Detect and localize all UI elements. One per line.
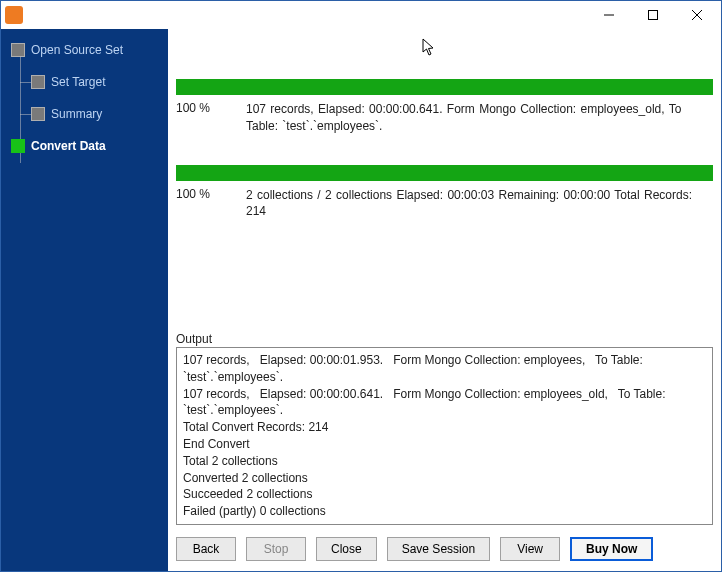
output-line: Total 2 collections [183, 453, 706, 470]
progress-area: 100 % 107 records, Elapsed: 00:00:00.641… [168, 49, 721, 220]
progress-percent: 100 % [176, 187, 246, 201]
save-session-button[interactable]: Save Session [387, 537, 490, 561]
output-label: Output [176, 332, 713, 346]
output-line: Converted 2 collections [183, 470, 706, 487]
output-line: 107 records, Elapsed: 00:00:00.641. Form… [183, 386, 706, 420]
svg-rect-1 [649, 11, 658, 20]
app-icon [5, 6, 23, 24]
sidebar-item-label: Convert Data [31, 139, 106, 153]
view-button[interactable]: View [500, 537, 560, 561]
output-section: Output 107 records, Elapsed: 00:00:01.95… [168, 332, 721, 531]
titlebar [1, 1, 721, 29]
wizard-sidebar: Open Source Set Set Target Summary Conve… [1, 29, 168, 571]
sidebar-item-label: Open Source Set [31, 43, 123, 57]
step-icon [11, 43, 25, 57]
output-line: Total Convert Records: 214 [183, 419, 706, 436]
step-icon [31, 75, 45, 89]
stop-button[interactable]: Stop [246, 537, 306, 561]
progress-text: 107 records, Elapsed: 00:00:00.641. Form… [246, 101, 713, 135]
close-wizard-button[interactable]: Close [316, 537, 377, 561]
close-button[interactable] [675, 2, 719, 28]
back-button[interactable]: Back [176, 537, 236, 561]
step-icon [11, 139, 25, 153]
progress-row-2: 100 % 2 collections / 2 collections Elap… [176, 187, 713, 221]
output-line: Failed (partly) 0 collections [183, 503, 706, 520]
progress-row-1: 100 % 107 records, Elapsed: 00:00:00.641… [176, 101, 713, 135]
main-panel: 100 % 107 records, Elapsed: 00:00:00.641… [168, 29, 721, 571]
sidebar-item-label: Set Target [51, 75, 105, 89]
progress-bar-1 [176, 79, 713, 95]
progress-percent: 100 % [176, 101, 246, 115]
maximize-button[interactable] [631, 2, 675, 28]
progress-text: 2 collections / 2 collections Elapsed: 0… [246, 187, 713, 221]
sidebar-item-label: Summary [51, 107, 102, 121]
button-bar: Back Stop Close Save Session View Buy No… [168, 531, 721, 571]
sidebar-item-summary[interactable]: Summary [1, 103, 168, 125]
app-window: Open Source Set Set Target Summary Conve… [0, 0, 722, 572]
minimize-button[interactable] [587, 2, 631, 28]
output-line: Succeeded 2 collections [183, 486, 706, 503]
sidebar-item-set-target[interactable]: Set Target [1, 71, 168, 93]
progress-bar-2 [176, 165, 713, 181]
sidebar-item-convert-data[interactable]: Convert Data [1, 135, 168, 157]
buy-now-button[interactable]: Buy Now [570, 537, 653, 561]
step-icon [31, 107, 45, 121]
output-textarea[interactable]: 107 records, Elapsed: 00:00:01.953. Form… [176, 347, 713, 525]
output-line: 107 records, Elapsed: 00:00:01.953. Form… [183, 352, 706, 386]
output-line: End Convert [183, 436, 706, 453]
sidebar-item-open-source-set[interactable]: Open Source Set [1, 39, 168, 61]
